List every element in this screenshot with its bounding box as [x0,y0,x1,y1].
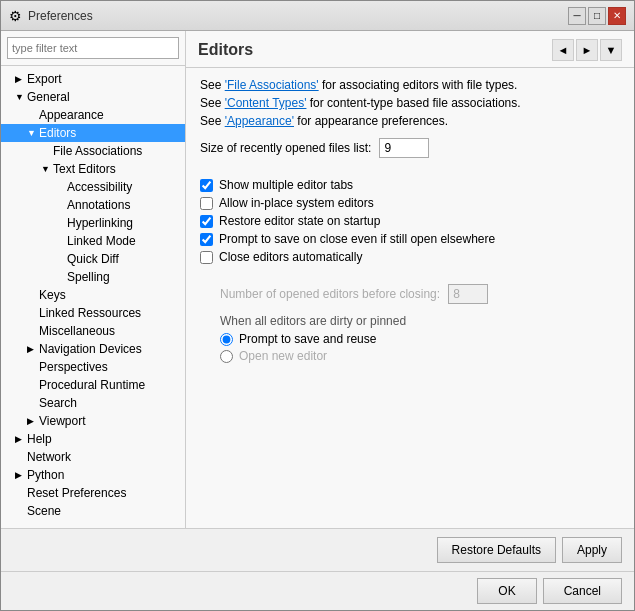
sidebar-item-python[interactable]: Python [1,466,185,484]
back-button[interactable]: ◄ [552,39,574,61]
file-associations-link[interactable]: 'File Associations' [225,78,319,92]
sidebar-item-label: Linked Mode [67,234,136,248]
prompt-reuse-row: Prompt to save and reuse [220,332,620,346]
restore-defaults-button[interactable]: Restore Defaults [437,537,556,563]
sidebar-item-perspectives[interactable]: Perspectives [1,358,185,376]
num-editors-input [448,284,488,304]
prompt-save-checkbox[interactable] [200,233,213,246]
allow-inplace-checkbox[interactable] [200,197,213,210]
sidebar-item-scene[interactable]: Scene [1,502,185,520]
close-auto-row: Close editors automatically [200,250,620,264]
main-content: Export General Appearance Editors [1,31,634,610]
sidebar-item-linked-mode[interactable]: Linked Mode [1,232,185,250]
open-new-radio[interactable] [220,350,233,363]
cancel-button[interactable]: Cancel [543,578,622,604]
title-bar-controls: ─ □ ✕ [568,7,626,25]
sidebar-item-accessibility[interactable]: Accessibility [1,178,185,196]
panel-toolbar: ◄ ► ▼ [552,39,622,61]
close-section: Number of opened editors before closing:… [220,268,620,372]
app-icon: ⚙ [9,8,22,24]
sidebar-item-navigation-devices[interactable]: Navigation Devices [1,340,185,358]
recently-opened-input[interactable] [379,138,429,158]
sidebar-item-general[interactable]: General [1,88,185,106]
sidebar-item-linked-resources[interactable]: Linked Ressources [1,304,185,322]
window-title: Preferences [28,9,93,23]
sidebar-item-label: General [27,90,70,104]
panel-body: See 'File Associations' for associating … [186,68,634,528]
sidebar-item-keys[interactable]: Keys [1,286,185,304]
sidebar-item-text-editors[interactable]: Text Editors [1,160,185,178]
sidebar-item-network[interactable]: Network [1,448,185,466]
sidebar-item-miscellaneous[interactable]: Miscellaneous [1,322,185,340]
sidebar-item-label: Procedural Runtime [39,378,145,392]
close-button[interactable]: ✕ [608,7,626,25]
sidebar: Export General Appearance Editors [1,31,186,528]
title-bar-left: ⚙ Preferences [9,8,93,24]
ok-button[interactable]: OK [477,578,536,604]
sidebar-item-label: Network [27,450,71,464]
sidebar-item-label: Keys [39,288,66,302]
panel-title: Editors [198,41,253,59]
forward-button[interactable]: ► [576,39,598,61]
num-editors-row: Number of opened editors before closing: [220,284,620,304]
show-multiple-checkbox[interactable] [200,179,213,192]
sidebar-item-hyperlinking[interactable]: Hyperlinking [1,214,185,232]
sidebar-item-label: Viewport [39,414,85,428]
bottom-bar: Restore Defaults Apply [1,528,634,571]
sidebar-item-annotations[interactable]: Annotations [1,196,185,214]
maximize-button[interactable]: □ [588,7,606,25]
sidebar-item-procedural-runtime[interactable]: Procedural Runtime [1,376,185,394]
restore-state-checkbox[interactable] [200,215,213,228]
arrow-icon [41,164,51,174]
filter-container [1,31,185,66]
recently-opened-label: Size of recently opened files list: [200,141,371,155]
sidebar-item-label: Navigation Devices [39,342,142,356]
sidebar-item-label: Scene [27,504,61,518]
ok-cancel-bar: OK Cancel [1,571,634,610]
sidebar-item-label: Editors [39,126,76,140]
prompt-save-row: Prompt to save on close even if still op… [200,232,620,246]
prompt-reuse-radio[interactable] [220,333,233,346]
sidebar-item-search[interactable]: Search [1,394,185,412]
content-types-link[interactable]: 'Content Types' [225,96,307,110]
close-auto-label: Close editors automatically [219,250,362,264]
sidebar-item-label: Perspectives [39,360,108,374]
sidebar-item-label: Python [27,468,64,482]
sidebar-item-appearance[interactable]: Appearance [1,106,185,124]
sidebar-item-export[interactable]: Export [1,70,185,88]
restore-state-label: Restore editor state on startup [219,214,380,228]
open-new-label: Open new editor [239,349,327,363]
content-area: Export General Appearance Editors [1,31,634,528]
sidebar-item-label: Hyperlinking [67,216,133,230]
arrow-icon [15,92,25,102]
minimize-button[interactable]: ─ [568,7,586,25]
right-panel: Editors ◄ ► ▼ See 'File Associations' fo… [186,31,634,528]
arrow-icon [15,434,25,444]
appearance-desc: See 'Appearance' for appearance preferen… [200,114,620,128]
file-associations-desc: See 'File Associations' for associating … [200,78,620,92]
sidebar-item-reset-preferences[interactable]: Reset Preferences [1,484,185,502]
apply-button[interactable]: Apply [562,537,622,563]
sidebar-item-label: Spelling [67,270,110,284]
sidebar-item-viewport[interactable]: Viewport [1,412,185,430]
sidebar-item-spelling[interactable]: Spelling [1,268,185,286]
filter-input[interactable] [7,37,179,59]
sidebar-item-label: Search [39,396,77,410]
panel-header: Editors ◄ ► ▼ [186,31,634,68]
open-new-row: Open new editor [220,349,620,363]
close-auto-checkbox[interactable] [200,251,213,264]
arrow-icon [15,470,25,480]
arrow-icon [27,128,37,138]
history-dropdown-button[interactable]: ▼ [600,39,622,61]
show-multiple-row: Show multiple editor tabs [200,178,620,192]
sidebar-item-editors[interactable]: Editors [1,124,185,142]
sidebar-item-label: Quick Diff [67,252,119,266]
sidebar-item-label: Annotations [67,198,130,212]
sidebar-item-help[interactable]: Help [1,430,185,448]
sidebar-item-label: Text Editors [53,162,116,176]
sidebar-item-quick-diff[interactable]: Quick Diff [1,250,185,268]
sidebar-item-file-associations[interactable]: File Associations [1,142,185,160]
show-multiple-label: Show multiple editor tabs [219,178,353,192]
appearance-link[interactable]: 'Appearance' [225,114,294,128]
sidebar-item-label: Reset Preferences [27,486,126,500]
